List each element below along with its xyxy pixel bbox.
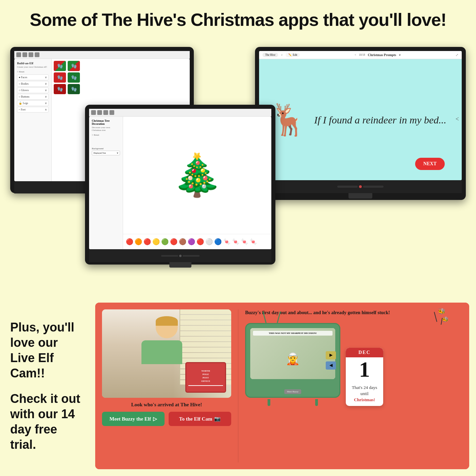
monitor-prompts: The Hive ∨ ✏️ Edit < 18/18 Christmas Pro…	[255, 47, 466, 200]
tree-title: Christmas Tree Decoration	[92, 119, 120, 125]
tv-meet-buzzy[interactable]: Meet Buzzy	[284, 389, 301, 394]
category-buttons[interactable]: ○ Buttons∨	[17, 94, 49, 100]
tv-leg-left	[268, 399, 270, 406]
promo-right-panel: 🐝 🐝 Buzzy's first day out and about... a…	[238, 303, 469, 469]
tv-btn-forward[interactable]: ▶	[326, 351, 336, 359]
page-title: Some of The Hive's Christmas apps that y…	[7, 10, 469, 30]
prompts-title-dropdown[interactable]: ∨	[399, 53, 401, 56]
ornament-4[interactable]: 🟡	[152, 238, 160, 245]
tree-preview: 🎄	[123, 117, 271, 234]
calendar-month: DEC	[346, 348, 383, 357]
ornament-5[interactable]: 🟢	[161, 238, 169, 245]
ornament-9[interactable]: 🔴	[197, 238, 204, 245]
calendar-countdown: That's 24 days until Christmas!	[346, 382, 383, 406]
ornament-10[interactable]: ⚪	[205, 238, 213, 245]
candy-4[interactable]: 🍬	[250, 238, 257, 245]
elf-item-3[interactable]: 🧤	[54, 72, 66, 83]
category-feet[interactable]: ~ Feet∧	[17, 107, 49, 113]
bees-decoration: 🐝 🐝	[422, 308, 449, 332]
toolbar-left	[14, 51, 190, 59]
toolbar-btn-2[interactable]	[22, 52, 27, 57]
promo-left-panel: NORTHPOLEPOSTOFFICE Look who's arrived a…	[95, 303, 238, 469]
toolbar-btn-4[interactable]	[35, 52, 39, 57]
tv-controls: ▶ ◀	[326, 351, 336, 370]
tree-toolbar-btn-1[interactable]	[91, 110, 96, 115]
category-faces[interactable]: ● Faces∨	[17, 74, 49, 80]
prompts-next-button[interactable]: NEXT	[415, 158, 445, 170]
prompts-fullscreen[interactable]: ⤢	[456, 53, 458, 57]
elf-item-1[interactable]: 🧤	[54, 61, 66, 71]
toolbar-center	[89, 109, 271, 117]
tv-container: THIS WAS NOT MY SHARPEST DECISION! 🧝 ▶ ◀…	[245, 323, 462, 406]
left-text-panel: Plus, you'll love our Live Elf Cam!! Che…	[0, 296, 95, 476]
prompts-title: Christmas Prompts	[368, 53, 396, 57]
build-elf-title: Build-an-Elf	[17, 62, 49, 65]
category-bodies[interactable]: ○ Bodies∨	[17, 81, 49, 87]
calendar-day: 1	[346, 357, 383, 382]
promo-panels: NORTHPOLEPOSTOFFICE Look who's arrived a…	[95, 303, 469, 469]
tree-ornaments-bar: 🔴 🟠 🔴 🟡 🟢 🔴 🟤 🟣 🔴 ⚪ 🔵 🍬 🍬 🍬	[123, 234, 271, 249]
build-elf-reset[interactable]: ○ Reset	[17, 70, 49, 73]
prompts-text: If I found a reindeer in my bed...	[314, 113, 446, 126]
prompts-page: 18/18	[359, 53, 365, 56]
build-elf-items: 🧤 🧤 🧤 🧤 🧤 🧤	[52, 59, 82, 181]
tree-content: Christmas Tree Decoration Decorate your …	[89, 117, 271, 249]
monitor-center-bezel	[89, 249, 271, 262]
tree-toolbar-btn-2[interactable]	[97, 110, 102, 115]
candy-2[interactable]: 🍬	[232, 238, 239, 245]
monitor-right-stand	[348, 193, 372, 199]
elf-item-5[interactable]: 🧤	[54, 84, 66, 94]
candy-3[interactable]: 🍬	[241, 238, 248, 245]
prompts-next-arrow[interactable]: <	[456, 116, 459, 123]
tree-reset[interactable]: ○ Reset	[92, 134, 120, 136]
ornament-1[interactable]: 🔴	[126, 238, 133, 245]
promo-text: Plus, you'll love our Live Elf Cam!!	[10, 320, 85, 381]
tv-screen-content: THIS WAS NOT MY SHARPEST DECISION! 🧝	[250, 328, 335, 379]
prompts-screen: The Hive ∨ ✏️ Edit < 18/18 Christmas Pro…	[259, 51, 462, 180]
tv-btn-back[interactable]: ◀	[326, 361, 336, 370]
tv-set: THIS WAS NOT MY SHARPEST DECISION! 🧝 ▶ ◀…	[245, 323, 340, 398]
monitor-tree: Christmas Tree Decoration Decorate your …	[85, 105, 275, 265]
monitor-center-stand	[169, 262, 191, 268]
prompts-nav: <	[355, 53, 356, 56]
prompts-hive: The Hive	[262, 53, 278, 57]
ornament-11[interactable]: 🔵	[214, 238, 222, 245]
ornament-8[interactable]: 🟣	[188, 238, 195, 245]
ornament-3[interactable]: 🔴	[143, 238, 151, 245]
page-header: Some of The Hive's Christmas apps that y…	[0, 0, 476, 33]
prompts-content: The Hive ∨ ✏️ Edit < 18/18 Christmas Pro…	[259, 51, 462, 180]
video-caption: Look who's arrived at The Hive!	[102, 402, 231, 408]
category-gloves[interactable]: ○ Gloves∨	[17, 87, 49, 93]
tree-toolbar-btn-3[interactable]	[103, 110, 108, 115]
christmas-tree-emoji: 🎄	[172, 151, 223, 199]
promo-buttons: Meet Buzzy the Elf ▷ To the Elf Cam 📷	[102, 412, 231, 426]
toolbar-btn-3[interactable]	[29, 52, 33, 57]
ornament-2[interactable]: 🟠	[135, 238, 142, 245]
tree-bg-select[interactable]: Displayed Tree ∨	[92, 151, 120, 155]
prompts-toolbar: The Hive ∨ ✏️ Edit < 18/18 Christmas Pro…	[259, 51, 462, 59]
play-icon: ▷	[153, 416, 157, 422]
tree-screen: Christmas Tree Decoration Decorate your …	[89, 117, 271, 249]
candy-1[interactable]: 🍬	[223, 238, 231, 245]
elf-item-2[interactable]: 🧤	[68, 61, 80, 71]
prompts-edit[interactable]: ✏️ Edit	[286, 53, 300, 57]
ornament-7[interactable]: 🟤	[179, 238, 186, 245]
elf-item-6[interactable]: 🧤	[68, 84, 80, 94]
ornament-6[interactable]: 🔴	[170, 238, 177, 245]
toolbar-btn-1[interactable]	[16, 52, 21, 57]
video-preview: NORTHPOLEPOSTOFFICE	[102, 309, 231, 398]
tv-screen: THIS WAS NOT MY SHARPEST DECISION! 🧝	[250, 328, 335, 379]
camera-icon: 📷	[214, 416, 221, 422]
elf-item-4[interactable]: 🧤	[68, 72, 80, 83]
monitor-right-bezel	[259, 180, 462, 193]
meet-buzzy-button[interactable]: Meet Buzzy the Elf ▷	[102, 412, 165, 426]
elf-cam-button[interactable]: To the Elf Cam 📷	[169, 412, 231, 426]
screens-area: Build-an-Elf Create your own Christmas e…	[0, 37, 476, 261]
tree-toolbar-btn-4[interactable]	[109, 110, 114, 115]
tv-leg-right	[315, 399, 318, 406]
bottom-section: Plus, you'll love our Live Elf Cam!! Che…	[0, 296, 476, 476]
tree-subtitle: Decorate your own Christmas tree	[92, 126, 120, 132]
category-legs[interactable]: 🔓 Legs∨	[17, 100, 49, 106]
tv-screen-label: THIS WAS NOT MY SHARPEST DECISION!	[253, 331, 333, 336]
tree-sidebar: Christmas Tree Decoration Decorate your …	[89, 117, 123, 249]
